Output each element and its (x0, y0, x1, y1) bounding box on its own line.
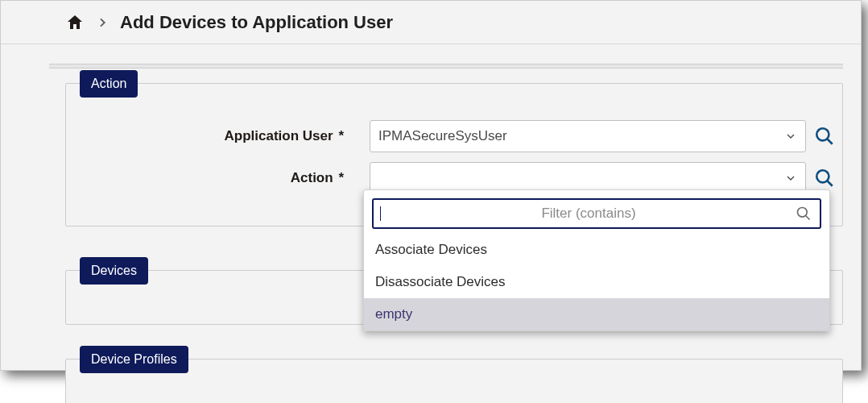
svg-line-3 (827, 181, 833, 186)
page-title: Add Devices to Application User (120, 12, 393, 33)
chevron-down-icon (784, 172, 797, 185)
select-application-user[interactable]: IPMASecureSysUser (370, 120, 806, 152)
required-mark: * (338, 128, 344, 143)
svg-line-5 (806, 216, 810, 220)
label-action-text: Action (291, 170, 333, 185)
search-icon[interactable] (814, 168, 835, 189)
chevron-down-icon (784, 130, 797, 143)
svg-point-4 (798, 208, 808, 218)
dropdown-option[interactable]: Disassociate Devices (364, 266, 829, 298)
dropdown-option[interactable]: Associate Devices (364, 234, 829, 266)
svg-line-1 (827, 139, 833, 144)
required-mark: * (338, 170, 344, 185)
label-application-user-text: Application User (225, 128, 333, 143)
search-icon (796, 206, 812, 222)
section-label-action: Action (80, 70, 138, 98)
row-application-user: Application User * IPMASecureSysUser (73, 120, 835, 152)
home-icon[interactable] (65, 13, 85, 32)
dropdown-filter-input[interactable] (382, 206, 796, 222)
top-divider (49, 64, 843, 69)
search-icon[interactable] (814, 126, 835, 147)
chevron-right-icon (96, 16, 109, 29)
section-device-profiles: Device Profiles (65, 359, 843, 403)
input-caret (380, 206, 381, 221)
label-application-user: Application User * (73, 128, 370, 144)
dropdown-options: Associate Devices Disassociate Devices e… (364, 234, 829, 330)
svg-point-2 (816, 170, 829, 182)
dropdown-option[interactable]: empty (364, 298, 829, 330)
label-action: Action * (73, 170, 370, 186)
svg-point-0 (816, 128, 829, 140)
section-label-devices: Devices (80, 257, 148, 285)
select-application-user-value: IPMASecureSysUser (378, 128, 507, 144)
action-dropdown-panel: Associate Devices Disassociate Devices e… (363, 189, 830, 331)
dropdown-filter[interactable] (372, 198, 821, 229)
breadcrumb: Add Devices to Application User (1, 1, 861, 44)
section-label-device-profiles: Device Profiles (80, 346, 188, 373)
